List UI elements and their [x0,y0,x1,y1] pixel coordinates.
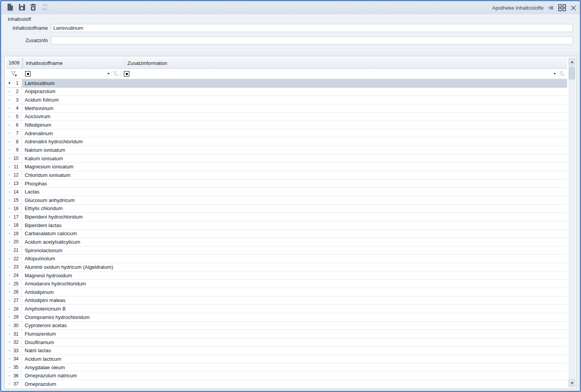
table-row[interactable]: 33 Natrii lactas [6,347,567,355]
clear-filter-icon[interactable] [559,71,565,76]
row-header[interactable]: 24 [6,272,22,280]
table-row[interactable]: 18 Biperideni lactas [6,221,567,230]
table-row[interactable]: 17 Biperideni hydrochloridum [6,213,567,221]
row-header[interactable]: 25 [6,280,22,288]
cell-inhaltsstoffname[interactable]: Allopurinolum [22,255,567,263]
delete-button[interactable] [28,3,38,13]
table-row[interactable]: 7 Adrenalinum [6,129,567,138]
row-header[interactable]: 36 [6,372,22,380]
row-header[interactable]: 15 [6,196,22,204]
filter-menu-button[interactable] [6,69,22,79]
cell-inhaltsstoffname[interactable]: Acidum lacticum [22,355,567,363]
cell-inhaltsstoffname[interactable]: Aluminii oxidum hydricum (Algeldratum) [22,263,567,271]
row-header[interactable]: 23 [6,263,22,271]
cell-inhaltsstoffname[interactable]: Acidum folicum [22,96,567,104]
row-header[interactable]: 29 [6,313,22,321]
cell-inhaltsstoffname[interactable]: Disulfiramum [22,338,567,346]
cell-inhaltsstoffname[interactable]: Spironolactonum [22,246,567,255]
row-header[interactable]: 30 [6,322,22,330]
table-row[interactable]: 3 Acidum folicum [6,96,567,104]
cell-inhaltsstoffname[interactable]: Amygdalae oleum [22,363,567,372]
cell-inhaltsstoffname[interactable]: Aciclovirum [22,113,567,121]
table-row[interactable]: 26 Amlodipinum [6,288,567,297]
table-row[interactable]: 10 Kalium ionisatum [6,154,567,163]
cell-inhaltsstoffname[interactable]: Natrium ionisatum [22,146,567,154]
row-header[interactable]: 35 [6,363,22,372]
cell-inhaltsstoffname[interactable]: Ethylis chloridum [22,205,567,213]
row-header[interactable]: 12 [6,171,22,179]
table-row[interactable]: 34 Acidum lacticum [6,355,567,363]
cell-inhaltsstoffname[interactable]: Aripiprazolum [22,88,567,96]
table-row[interactable]: 2 Aripiprazolum [6,88,567,96]
column-header-inhaltsstoffname[interactable]: Inhaltsstoffname [23,58,125,68]
row-header[interactable]: 34 [6,355,22,363]
cell-inhaltsstoffname[interactable]: Cyproteroni acetas [22,322,567,330]
cell-inhaltsstoffname[interactable]: Carbasalatum calcicum [22,230,567,238]
table-row[interactable]: 14 Lactas [6,188,567,196]
row-header[interactable]: 4 [6,104,22,112]
table-row[interactable]: 29 Clomipramini hydrochloridum [6,313,567,322]
table-row[interactable]: 11 Magnesium ionisatum [6,163,567,171]
vertical-scrollbar[interactable] [568,58,576,387]
cell-inhaltsstoffname[interactable]: Omeprazolum [22,380,567,387]
filter-dropdown-icon[interactable] [107,73,110,75]
cell-inhaltsstoffname[interactable]: Natrii lactas [22,347,567,355]
row-header[interactable]: 33 [6,347,22,355]
row-header[interactable]: 31 [6,330,22,338]
save-button[interactable] [17,3,27,13]
row-header[interactable]: 11 [6,163,22,171]
row-header[interactable]: 20 [6,238,22,246]
row-header[interactable]: 37 [6,380,22,387]
row-header[interactable]: 17 [6,213,22,221]
refresh-button[interactable] [40,3,50,13]
cell-inhaltsstoffname[interactable]: Glucosum anhydricum [22,196,567,204]
scroll-down-button[interactable] [568,379,576,387]
filter-operator-icon[interactable] [124,71,129,76]
table-row[interactable]: 4 Methioninum [6,104,567,113]
table-row[interactable]: 31 Flumazenilum [6,330,567,338]
cell-inhaltsstoffname[interactable]: Methioninum [22,104,567,112]
table-row[interactable]: 37 Omeprazolum [6,380,567,387]
table-row[interactable]: 27 Amlodipini maleas [6,297,567,305]
row-header[interactable]: 21 [6,246,22,255]
row-header[interactable]: 10 [6,154,22,163]
table-row[interactable]: 19 Carbasalatum calcicum [6,230,567,238]
row-header[interactable]: 14 [6,188,22,196]
table-row[interactable]: 13 Phosphas [6,180,567,188]
cell-inhaltsstoffname[interactable]: Chloridum ionisatum [22,171,567,179]
cell-inhaltsstoffname[interactable]: Kalium ionisatum [22,154,567,163]
cell-inhaltsstoffname[interactable]: Nifedipinum [22,121,567,129]
table-row[interactable]: 6 Nifedipinum [6,121,567,129]
cell-inhaltsstoffname[interactable]: Lamivudinum [22,79,567,87]
row-header[interactable]: 28 [6,305,22,313]
table-row[interactable]: 22 Allopurinolum [6,255,567,263]
row-header[interactable]: 9 [6,146,22,154]
row-header[interactable]: 32 [6,338,22,346]
table-row[interactable]: 21 Spironolactonum [6,246,567,255]
scroll-up-button[interactable] [568,58,576,66]
table-row[interactable]: 30 Cyproteroni acetas [6,322,567,330]
row-header[interactable]: 18 [6,221,22,229]
cell-inhaltsstoffname[interactable]: Lactas [22,188,567,196]
cell-inhaltsstoffname[interactable]: Amiodaroni hydrochloridum [22,280,567,288]
table-row[interactable]: 8 Adrenalini hydrochloridum [6,137,567,146]
table-row[interactable]: 25 Amiodaroni hydrochloridum [6,280,567,288]
pin-button[interactable] [548,5,554,10]
row-header[interactable]: 5 [6,113,22,121]
cell-inhaltsstoffname[interactable]: Amphotericinum B [22,305,567,313]
zusatzinfo-field[interactable] [51,36,573,44]
row-header[interactable]: 22 [6,255,22,263]
filter-operator-icon[interactable] [25,71,30,76]
table-row[interactable]: 1 Lamivudinum [6,79,567,88]
table-row[interactable]: 28 Amphotericinum B [6,305,567,313]
table-row[interactable]: 16 Ethylis chloridum [6,205,567,213]
cell-inhaltsstoffname[interactable]: Biperideni lactas [22,221,567,229]
cell-inhaltsstoffname[interactable]: Adrenalini hydrochloridum [22,137,567,146]
cell-inhaltsstoffname[interactable]: Magnesium ionisatum [22,163,567,171]
column-header-zusatzinformation[interactable]: Zusatzinformation [125,58,567,68]
row-header[interactable]: 6 [6,121,22,129]
cell-inhaltsstoffname[interactable]: Biperideni hydrochloridum [22,213,567,221]
cell-inhaltsstoffname[interactable]: Phosphas [22,180,567,188]
inhaltsstoffname-field[interactable] [51,24,573,32]
filter-cell-zusatzinformation[interactable] [121,69,567,79]
